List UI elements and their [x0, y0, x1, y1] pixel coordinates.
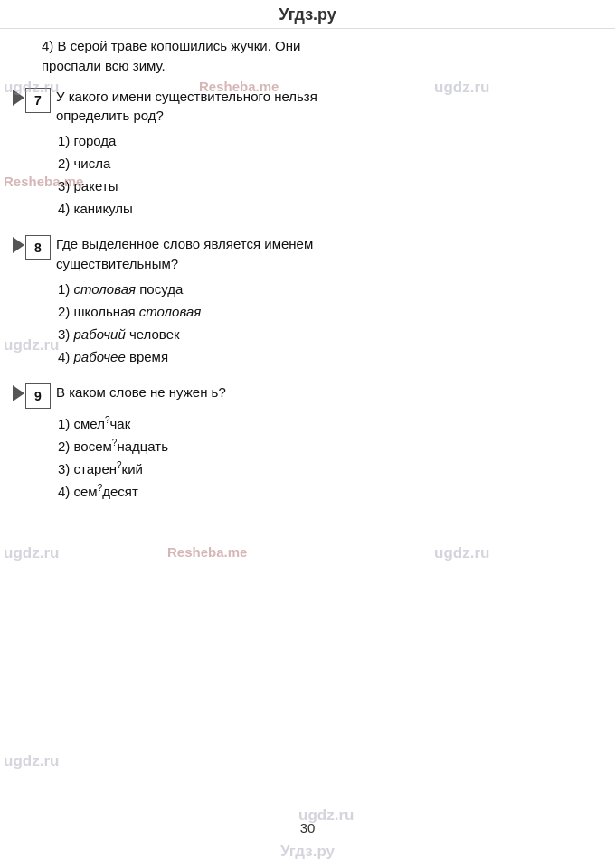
question-7-text: У какого имени существительного нельзя о…: [56, 87, 597, 127]
intro-line1: 4) В серой траве копошились жучки. Они: [42, 36, 597, 56]
watermark-4: ugdz.ru: [4, 544, 59, 562]
question-8: 8 Где выделенное слово является именем с…: [25, 234, 597, 366]
question-7: 7 У какого имени существительного нельзя…: [25, 87, 597, 219]
answer-9-2: 2) восем?надцать: [58, 437, 597, 456]
arrow-marker-9: [13, 385, 24, 401]
answer-8-2: 2) школьная столовая: [58, 302, 597, 321]
main-content: ugdz.ru Resheba.me ugdz.ru 4) В серой тр…: [0, 29, 615, 524]
question-7-number: 7: [25, 88, 51, 113]
question-9-text: В каком слове не нужен ь?: [56, 382, 597, 402]
watermark-5: ugdz.ru: [434, 544, 489, 562]
answer-9-1: 1) смел?чак: [58, 414, 597, 433]
answer-7-3: 3) ракеты: [58, 176, 597, 195]
answer-7-4: 4) каникулы: [58, 199, 597, 218]
question-7-header: 7 У какого имени существительного нельзя…: [25, 87, 597, 127]
watermark-resheba-3: Resheba.me: [167, 544, 247, 560]
page-number: 30: [0, 815, 615, 841]
intro-text: 4) В серой траве копошились жучки. Они п…: [9, 36, 597, 87]
watermark-6: ugdz.ru: [4, 752, 59, 770]
answer-9-4: 4) сем?десят: [58, 482, 597, 501]
answer-7-2: 2) числа: [58, 154, 597, 173]
question-8-number: 8: [25, 235, 51, 260]
arrow-marker-7: [13, 90, 24, 106]
site-header: Угдз.ру: [0, 0, 615, 29]
question-8-text: Где выделенное слово является именем сущ…: [56, 234, 597, 274]
question-9: 9 В каком слове не нужен ь? 1) смел?чак …: [25, 382, 597, 501]
answer-8-3: 3) рабочий человек: [58, 325, 597, 344]
intro-line2: проспали всю зиму.: [42, 56, 597, 76]
bottom-watermark: Угдз.ру: [0, 843, 615, 861]
question-8-header: 8 Где выделенное слово является именем с…: [25, 234, 597, 274]
answer-8-4: 4) рабочее время: [58, 347, 597, 366]
arrow-marker-8: [13, 237, 24, 253]
answer-9-3: 3) старен?кий: [58, 459, 597, 478]
question-9-header: 9 В каком слове не нужен ь?: [25, 382, 597, 409]
answer-8-1: 1) столовая посуда: [58, 279, 597, 298]
answer-7-1: 1) города: [58, 131, 597, 150]
question-8-answers: 1) столовая посуда 2) школьная столовая …: [25, 279, 597, 366]
question-9-answers: 1) смел?чак 2) восем?надцать 3) старен?к…: [25, 414, 597, 501]
question-7-answers: 1) города 2) числа 3) ракеты 4) каникулы: [25, 131, 597, 218]
question-9-number: 9: [25, 383, 51, 409]
